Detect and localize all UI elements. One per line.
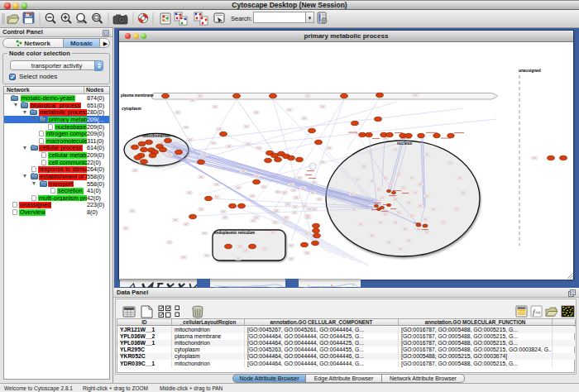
svg-text:(x): (x) [536, 310, 541, 314]
svg-text:endoplasmic reticulum: endoplasmic reticulum [214, 231, 255, 235]
svg-text:cytoplasm: cytoplasm [122, 107, 141, 111]
svg-text:unassigned: unassigned [519, 69, 541, 73]
svg-text:plasma membrane: plasma membrane [121, 93, 154, 98]
svg-text:mitochondrion: mitochondrion [142, 134, 170, 138]
